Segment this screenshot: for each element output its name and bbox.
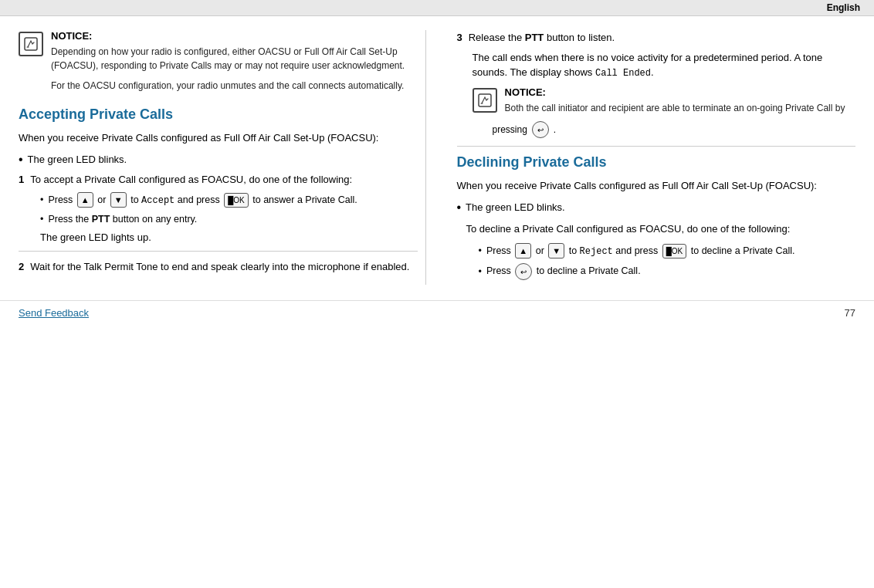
top-bar: English xyxy=(0,0,874,16)
notice-title-2: NOTICE: xyxy=(505,86,845,98)
step-3-para: The call ends when there is no voice act… xyxy=(473,50,856,81)
notice-text-1: Depending on how your radio is configure… xyxy=(51,45,418,93)
page: English NOTICE: Depending on how your ra… xyxy=(0,0,874,588)
ptt-label-3: PTT xyxy=(525,32,544,43)
step-3-header: 3 Release the PTT button to listen. xyxy=(457,30,856,46)
section-intro-2: When you receive Private Calls configure… xyxy=(457,178,856,194)
decline-sub-dot-2: • xyxy=(479,265,482,279)
sub-bullet-text-1a: Press ▲ or ▼ to Accept and press █OK to … xyxy=(48,192,357,208)
notice-icon-1 xyxy=(19,32,43,56)
step-2-header: 2 Wait for the Talk Permit Tone to end a… xyxy=(19,259,418,275)
ok-btn-2: █OK xyxy=(662,244,687,259)
notice-box-1: NOTICE: Depending on how your radio is c… xyxy=(19,30,418,93)
right-column: 3 Release the PTT button to listen. The … xyxy=(449,30,856,285)
decline-sub-text-1: Press ▲ or ▼ to Reject and press █OK to … xyxy=(486,243,795,259)
bullet-text-1: The green LED blinks. xyxy=(28,152,127,168)
bullet-dot-2: • xyxy=(457,200,462,216)
divider-2 xyxy=(457,146,856,147)
notice-icon-2 xyxy=(473,88,497,113)
step-1-sub-bullets: • Press ▲ or ▼ to Accept and press █OK t… xyxy=(40,192,418,227)
notice-box-2: NOTICE: Both the call initiator and reci… xyxy=(473,86,856,115)
up-arrow-btn-2: ▲ xyxy=(515,243,531,259)
sub-bullet-1b: • Press the PTT button on any entry. xyxy=(40,212,418,227)
page-number: 77 xyxy=(845,307,855,319)
accept-code: Accept xyxy=(141,194,174,205)
step-2: 2 Wait for the Talk Permit Tone to end a… xyxy=(19,259,418,275)
decline-sub-2: • Press ↩ to decline a Private Call. xyxy=(479,263,856,280)
section-intro-1: When you receive Private Calls configure… xyxy=(19,130,418,146)
ptt-label-1b: PTT xyxy=(92,214,110,225)
sub-bullet-dot-1b: • xyxy=(40,212,43,227)
pencil-icon xyxy=(24,37,38,51)
svg-rect-0 xyxy=(25,38,37,50)
bullet-item-1: • The green LED blinks. xyxy=(19,152,418,168)
sub-bullet-dot-1a: • xyxy=(40,193,43,208)
pressing-line: pressing ↩ . xyxy=(493,121,856,138)
end-call-btn: ↩ xyxy=(532,121,549,138)
step-2-text: Wait for the Talk Permit Tone to end and… xyxy=(30,259,409,275)
step-1: 1 To accept a Private Call configured as… xyxy=(19,172,418,243)
notice-content-1: NOTICE: Depending on how your radio is c… xyxy=(51,30,418,93)
notice-text-2: Both the call initiator and recipient ar… xyxy=(505,101,845,115)
step-1-text: To accept a Private Call configured as F… xyxy=(30,172,352,188)
decline-sub-text-2: Press ↩ to decline a Private Call. xyxy=(486,263,641,280)
notice-para-1: Depending on how your radio is configure… xyxy=(51,45,418,73)
step-1-num: 1 xyxy=(19,172,24,188)
bullet-dot-1: • xyxy=(19,152,23,168)
decline-sub-1: • Press ▲ or ▼ to Reject and press █OK t… xyxy=(479,243,856,259)
green-led-up: The green LED lights up. xyxy=(40,231,418,243)
sub-bullet-1a: • Press ▲ or ▼ to Accept and press █OK t… xyxy=(40,192,418,208)
svg-rect-1 xyxy=(479,94,491,106)
notice-content-2: NOTICE: Both the call initiator and reci… xyxy=(505,86,845,115)
step-2-num: 2 xyxy=(19,259,24,275)
down-arrow-btn: ▼ xyxy=(110,192,127,208)
decline-sub-dot-1: • xyxy=(479,244,482,259)
bullet-item-2: • The green LED blinks. xyxy=(457,200,856,216)
step-1-header: 1 To accept a Private Call configured as… xyxy=(19,172,418,188)
left-column: NOTICE: Depending on how your radio is c… xyxy=(19,30,426,285)
bullet-text-2: The green LED blinks. xyxy=(466,200,565,216)
notice-title-1: NOTICE: xyxy=(51,30,418,42)
send-feedback-link[interactable]: Send Feedback xyxy=(19,307,89,319)
footer: Send Feedback 77 xyxy=(0,300,874,325)
language-label: English xyxy=(827,2,860,13)
decline-sub-bullets: • Press ▲ or ▼ to Reject and press █OK t… xyxy=(479,243,856,281)
up-arrow-btn: ▲ xyxy=(77,192,93,208)
section-heading-1: Accepting Private Calls xyxy=(19,106,418,123)
ok-btn-1: █OK xyxy=(224,193,249,208)
divider-1 xyxy=(19,251,418,252)
step-3-text: Release the PTT button to listen. xyxy=(469,30,615,46)
step-3: 3 Release the PTT button to listen. The … xyxy=(457,30,856,138)
end-call-btn-2: ↩ xyxy=(515,263,532,280)
down-arrow-btn-2: ▼ xyxy=(548,243,564,259)
sub-bullet-text-1b: Press the PTT button on any entry. xyxy=(48,212,197,227)
reject-code: Reject xyxy=(580,245,613,256)
pencil-icon-2 xyxy=(478,93,492,107)
content-area: NOTICE: Depending on how your radio is c… xyxy=(0,16,874,292)
section-heading-2: Declining Private Calls xyxy=(457,154,856,171)
notice-para-2: For the OACSU configuration, your radio … xyxy=(51,79,418,93)
step-3-num: 3 xyxy=(457,30,462,46)
call-ended-code: Call Ended xyxy=(595,68,651,79)
decline-subtext: To decline a Private Call configured as … xyxy=(466,221,856,237)
